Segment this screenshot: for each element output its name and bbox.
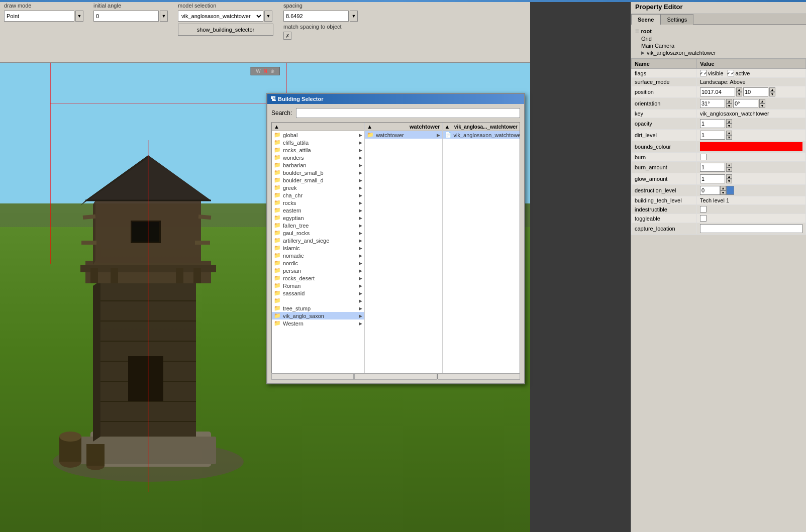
bs-folder-fallen-tree[interactable]: 📁fallen_tree▶: [272, 222, 364, 229]
nav-e[interactable]: ⊕: [270, 68, 274, 74]
pe-burn-checkbox[interactable]: [700, 154, 707, 160]
initial-angle-input[interactable]: [93, 11, 159, 22]
bs-folder-rocks[interactable]: 📁rocks▶: [272, 199, 364, 206]
pe-opacity-input[interactable]: [700, 119, 725, 128]
pe-burn-amount-input[interactable]: [700, 163, 725, 172]
pe-destruction-up[interactable]: ▲: [720, 186, 726, 190]
bs-folder-islamic[interactable]: 📁islamic▶: [272, 244, 364, 252]
pe-flags-row: ✓ visible ✓ active: [700, 70, 802, 76]
bs-folder-boulder-small-d[interactable]: 📁boulder_small_d▶: [272, 176, 364, 184]
pe-opacity-down[interactable]: ▼: [726, 124, 732, 128]
viewport-nav: W N ⊕: [250, 67, 280, 75]
bs-hscroll-1[interactable]: [271, 374, 354, 380]
pe-color-swatch[interactable]: [700, 142, 802, 151]
bs-folder-cha-chr[interactable]: 📁cha_chr▶: [272, 191, 364, 199]
draw-mode-input[interactable]: [4, 11, 74, 22]
draw-mode-arrow[interactable]: ▼: [75, 11, 83, 22]
pe-burn-amount-down[interactable]: ▼: [726, 167, 732, 172]
bs-col2-arrow-up[interactable]: ▲: [367, 124, 372, 130]
bs-folder-western[interactable]: 📁Western▶: [272, 320, 364, 327]
pe-dirt-down[interactable]: ▼: [726, 135, 732, 140]
pe-orientation-y-input[interactable]: [733, 99, 758, 108]
folder-icon: 📁: [367, 132, 374, 138]
pe-indestructible-checkbox[interactable]: [700, 206, 707, 212]
tab-scene[interactable]: Scene: [631, 14, 660, 25]
pe-ori-x-down[interactable]: ▼: [726, 103, 732, 108]
bs-search-input[interactable]: [296, 108, 520, 118]
pe-dirt-input[interactable]: [700, 131, 725, 140]
initial-angle-arrow[interactable]: ▼: [160, 11, 168, 22]
bs-folder-rocks-attila[interactable]: 📁rocks_attila▶: [272, 146, 364, 154]
pe-active-label: active: [736, 70, 750, 76]
pe-destruction-input[interactable]: [700, 186, 720, 195]
svg-rect-15: [111, 268, 118, 283]
pe-burn-amount-up[interactable]: ▲: [726, 163, 732, 167]
pe-pos-x-up[interactable]: ▲: [736, 87, 742, 92]
spacing-input[interactable]: [283, 11, 349, 22]
show-building-selector-button[interactable]: show_building_selector: [178, 24, 273, 36]
bs-folder-nordic[interactable]: 📁nordic▶: [272, 259, 364, 267]
pe-row-burn-amount: burn_amount ▲ ▼: [632, 162, 806, 173]
match-spacing-checkbox[interactable]: ✗: [283, 32, 291, 40]
pe-toggleable-checkbox[interactable]: [700, 215, 707, 222]
pe-destruction-down[interactable]: ▼: [720, 190, 726, 195]
spacing-arrow[interactable]: ▼: [350, 11, 358, 22]
pe-active-checkbox[interactable]: ✓: [728, 70, 734, 76]
bs-folder-vik-anglo-saxon[interactable]: 📁vik_anglo_saxon▶: [272, 312, 364, 320]
bs-folder-rocks-desert[interactable]: 📁rocks_desert▶: [272, 274, 364, 282]
bs-item-watchtower[interactable]: 📁 watchtower ▶: [365, 131, 442, 139]
bs-folder-gaul-rocks[interactable]: 📁gaul_rocks▶: [272, 229, 364, 237]
bs-folder-eastern[interactable]: 📁eastern▶: [272, 206, 364, 214]
pe-visible-checkbox[interactable]: ✓: [700, 70, 707, 76]
pe-tree-main-camera[interactable]: Main Camera: [633, 42, 804, 49]
pe-position-x-input[interactable]: [700, 87, 735, 96]
pe-ori-y-up[interactable]: ▲: [759, 99, 765, 103]
pe-ori-x-up[interactable]: ▲: [726, 99, 732, 103]
bs-hscroll-2[interactable]: [354, 374, 437, 380]
pe-glow-input[interactable]: [700, 174, 725, 183]
pe-tree-root[interactable]: ≡ root: [633, 27, 804, 35]
folder-icon: 📁: [274, 305, 281, 311]
pe-row-orientation: orientation ▲ ▼ ▲ ▼: [632, 98, 806, 110]
bs-folder-barbarian[interactable]: 📁barbarian▶: [272, 161, 364, 169]
pe-pos-y-up[interactable]: ▲: [769, 87, 775, 92]
model-selection-arrow[interactable]: ▼: [264, 11, 272, 22]
pe-tree-watchtower[interactable]: ▶ vik_anglosaxon_watchtower: [633, 49, 804, 56]
pe-pos-x-down[interactable]: ▼: [736, 92, 742, 96]
bs-folder-cliffs-attila[interactable]: 📁cliffs_attila▶: [272, 139, 364, 146]
bs-item-model[interactable]: 📄 vik_anglosaxon_watchtower: [443, 131, 520, 139]
bs-folder-persian[interactable]: 📁persian▶: [272, 267, 364, 274]
pe-prop-value-burn-amount: ▲ ▼: [697, 162, 806, 173]
pe-opacity-up[interactable]: ▲: [726, 119, 732, 124]
bs-folder-boulder-small-b[interactable]: 📁boulder_small_b▶: [272, 169, 364, 176]
model-selection-select[interactable]: vik_anglosaxon_watchtower: [178, 11, 263, 22]
bs-col3-arrow-up[interactable]: ▲: [445, 124, 450, 130]
bs-folder-roman[interactable]: 📁Roman▶: [272, 282, 364, 289]
bs-col1-arrow-up[interactable]: ▲: [274, 124, 279, 130]
bs-folder-wonders[interactable]: 📁wonders▶: [272, 154, 364, 161]
pe-ori-y-down[interactable]: ▼: [759, 103, 765, 108]
pe-prop-name-orientation: orientation: [632, 98, 697, 110]
pe-tree-grid[interactable]: Grid: [633, 35, 804, 42]
pe-orientation-x-input[interactable]: [700, 99, 725, 108]
bs-folder-egyptian[interactable]: 📁egyptian▶: [272, 214, 364, 222]
bs-folder-sassanid[interactable]: 📁sassanid▶: [272, 289, 364, 297]
bs-folder-greek[interactable]: 📁greek▶: [272, 184, 364, 191]
bs-hscroll-3[interactable]: [438, 374, 520, 380]
bs-folder-global[interactable]: 📁global▶: [272, 131, 364, 139]
pe-prop-value-bounds[interactable]: [697, 141, 806, 153]
bs-col3-header: ▲ vik_anglosa..._watchtower: [443, 123, 520, 131]
bs-folder-nomadic[interactable]: 📁nomadic▶: [272, 252, 364, 259]
bs-folder-artillery[interactable]: 📁artillery_and_siege▶: [272, 237, 364, 244]
pe-dirt-up[interactable]: ▲: [726, 131, 732, 135]
pe-capture-location-input[interactable]: [700, 224, 802, 233]
nav-w[interactable]: W: [256, 68, 260, 74]
pe-pos-y-down[interactable]: ▼: [769, 92, 775, 96]
tab-settings[interactable]: Settings: [660, 14, 693, 25]
pe-glow-up[interactable]: ▲: [726, 174, 732, 179]
bs-folder-label: vik_anglo_saxon: [283, 313, 324, 319]
bs-folder-tree-stump[interactable]: 📁tree_stump▶: [272, 304, 364, 312]
pe-glow-down[interactable]: ▼: [726, 179, 732, 183]
pe-position-y-input[interactable]: [743, 87, 768, 96]
bs-folder-empty[interactable]: 📁▶: [272, 297, 364, 304]
